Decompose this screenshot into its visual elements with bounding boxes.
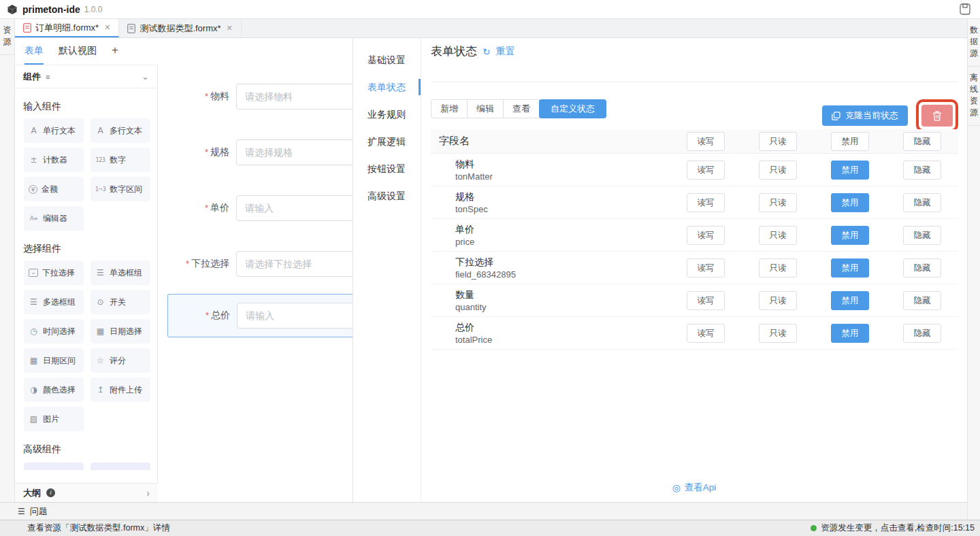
field-unit-price[interactable]: *单价	[158, 195, 353, 221]
offline-resources-vertical-tab[interactable]: 离线资源	[968, 67, 980, 126]
readonly-button[interactable]: 只读	[759, 258, 797, 278]
comp-item-rating[interactable]: ☆ 评分	[91, 348, 150, 373]
total-price-input[interactable]	[237, 303, 353, 329]
resources-vertical-tab[interactable]: 资源	[0, 19, 14, 55]
settings-nav-basic[interactable]: 基础设置	[353, 46, 421, 73]
eye-icon: ◎	[672, 482, 681, 493]
advanced-component-partial[interactable]	[24, 463, 84, 470]
readwrite-button[interactable]: 读写	[687, 161, 725, 180]
material-select-input[interactable]	[236, 84, 353, 110]
readwrite-button[interactable]: 读写	[687, 258, 725, 278]
comp-item-time-picker[interactable]: ◷ 时间选择	[24, 319, 84, 344]
advanced-component-partial[interactable]	[91, 463, 150, 470]
comp-item-image[interactable]: ▧ 图片	[24, 407, 84, 431]
readwrite-button[interactable]: 读写	[687, 291, 725, 310]
comp-item-counter[interactable]: ± 计数器	[24, 148, 84, 172]
settings-nav-extension-logic[interactable]: 扩展逻辑	[353, 128, 421, 155]
mode-edit-button[interactable]: 编辑	[467, 99, 504, 118]
readwrite-button[interactable]: 读写	[687, 226, 725, 245]
readwrite-button[interactable]: 读写	[687, 324, 725, 343]
comp-item-date-range[interactable]: ▦ 日期区间	[24, 348, 84, 373]
field-dropdown[interactable]: *下拉选择	[158, 251, 353, 277]
status-resource-detail-link[interactable]: 查看资源「测试数据类型.formx」详情	[0, 522, 170, 534]
trash-icon	[932, 111, 942, 121]
disabled-button[interactable]: 禁用	[831, 226, 869, 245]
comp-item-checkbox-group[interactable]: ☰ 多选框组	[24, 290, 84, 314]
header-readwrite-button[interactable]: 读写	[687, 132, 725, 151]
header-readonly-button[interactable]: 只读	[759, 132, 797, 151]
tab-default-view[interactable]: 默认视图	[59, 38, 97, 65]
comp-item-editor[interactable]: A≡ 编辑器	[24, 206, 84, 231]
disabled-button[interactable]: 禁用	[831, 324, 869, 343]
table-row: 总价 totalPrice 读写 只读 禁用 隐藏	[431, 317, 958, 350]
field-material[interactable]: *物料	[158, 84, 353, 110]
readonly-button[interactable]: 只读	[759, 324, 797, 343]
form-state-panel: 表单状态 ↻ 重置 新增 编辑 查看 自定义状态 克隆当前状态	[421, 38, 967, 502]
add-view-button[interactable]: +	[112, 38, 118, 65]
settings-nav-advanced[interactable]: 高级设置	[353, 182, 421, 210]
close-icon[interactable]: ✕	[227, 24, 233, 33]
refresh-icon[interactable]: ↻	[483, 46, 491, 57]
disabled-button[interactable]: 禁用	[831, 193, 869, 212]
dropdown-select-input[interactable]	[236, 251, 353, 277]
form-canvas[interactable]: *物料 *规格 *单价 *下拉选择 *总价	[158, 65, 353, 502]
view-api-link[interactable]: ◎ 查看Api	[421, 482, 967, 494]
comp-item-date-picker[interactable]: ▦ 日期选择	[91, 319, 150, 344]
outline-bar[interactable]: 大纲 i ›	[15, 483, 158, 502]
field-spec[interactable]: *规格	[158, 139, 353, 165]
settings-nav-button-settings[interactable]: 按钮设置	[353, 155, 421, 182]
mode-view-button[interactable]: 查看	[503, 99, 540, 118]
readonly-button[interactable]: 只读	[759, 193, 797, 212]
component-panel-header[interactable]: 组件 ≡ ⌄	[15, 65, 157, 88]
comp-item-switch[interactable]: ⊙ 开关	[91, 290, 150, 314]
hidden-button[interactable]: 隐藏	[903, 291, 941, 310]
problems-bar[interactable]: ☰ 问题	[0, 502, 967, 520]
unit-price-input[interactable]	[236, 195, 353, 221]
readonly-button[interactable]: 只读	[759, 161, 797, 180]
hidden-button[interactable]: 隐藏	[903, 193, 941, 212]
settings-nav-business-rules[interactable]: 业务规则	[353, 101, 421, 128]
save-icon[interactable]	[960, 3, 970, 15]
comp-item-attachment-upload[interactable]: ↥ 附件上传	[91, 378, 150, 402]
readwrite-button[interactable]: 读写	[687, 193, 725, 212]
clone-current-state-button[interactable]: 克隆当前状态	[822, 105, 908, 126]
hidden-button[interactable]: 隐藏	[903, 324, 941, 343]
comp-item-currency[interactable]: ¥ 金额	[24, 177, 84, 201]
hidden-button[interactable]: 隐藏	[903, 258, 941, 278]
tab-form[interactable]: 表单	[24, 38, 44, 65]
disabled-button[interactable]: 禁用	[831, 161, 869, 180]
close-icon[interactable]: ✕	[104, 23, 110, 32]
settings-nav-form-state[interactable]: 表单状态	[353, 73, 421, 101]
status-change-notice[interactable]: 资源发生变更，点击查看,检查时间:15:15	[811, 522, 980, 534]
header-hidden-button[interactable]: 隐藏	[903, 132, 941, 151]
reset-link[interactable]: 重置	[496, 46, 515, 58]
disabled-button[interactable]: 禁用	[831, 258, 869, 278]
chevron-right-icon[interactable]: ›	[146, 488, 150, 499]
delete-state-button[interactable]	[921, 105, 953, 127]
spec-select-input[interactable]	[236, 139, 353, 165]
section-title-input: 输入组件	[23, 101, 157, 113]
tab-order-detail-formx[interactable]: 订单明细.formx* ✕	[15, 19, 119, 37]
problems-label: 问题	[30, 505, 48, 518]
disabled-button[interactable]: 禁用	[831, 291, 869, 310]
date-range-icon: ▦	[29, 356, 39, 365]
hidden-button[interactable]: 隐藏	[903, 226, 941, 245]
datasource-vertical-tab[interactable]: 数据源	[968, 19, 980, 67]
hidden-button[interactable]: 隐藏	[903, 161, 941, 180]
comp-item-radio-group[interactable]: ☰ 单选框组	[91, 261, 150, 285]
chevron-down-icon[interactable]: ⌄	[142, 71, 149, 82]
readonly-button[interactable]: 只读	[759, 226, 797, 245]
selected-field-total-price[interactable]: *总价	[167, 294, 353, 337]
readonly-button[interactable]: 只读	[759, 291, 797, 310]
comp-item-color-picker[interactable]: ◑ 颜色选择	[24, 378, 84, 402]
comp-item-dropdown[interactable]: ⌄ 下拉选择	[24, 261, 84, 285]
comp-item-number[interactable]: 123 数字	[91, 148, 150, 172]
mode-custom-state-button[interactable]: 自定义状态	[539, 99, 606, 118]
tab-test-data-type-formx[interactable]: 测试数据类型.formx* ✕	[119, 19, 241, 37]
comp-item-multi-line-text[interactable]: A 多行文本	[91, 118, 150, 143]
comp-item-single-line-text[interactable]: A 单行文本	[24, 118, 84, 143]
mode-new-button[interactable]: 新增	[431, 99, 468, 118]
comp-item-number-range[interactable]: 1~3 数字区间	[91, 177, 150, 201]
field-total-price[interactable]: *总价	[168, 303, 353, 329]
header-disabled-button[interactable]: 禁用	[831, 132, 869, 151]
